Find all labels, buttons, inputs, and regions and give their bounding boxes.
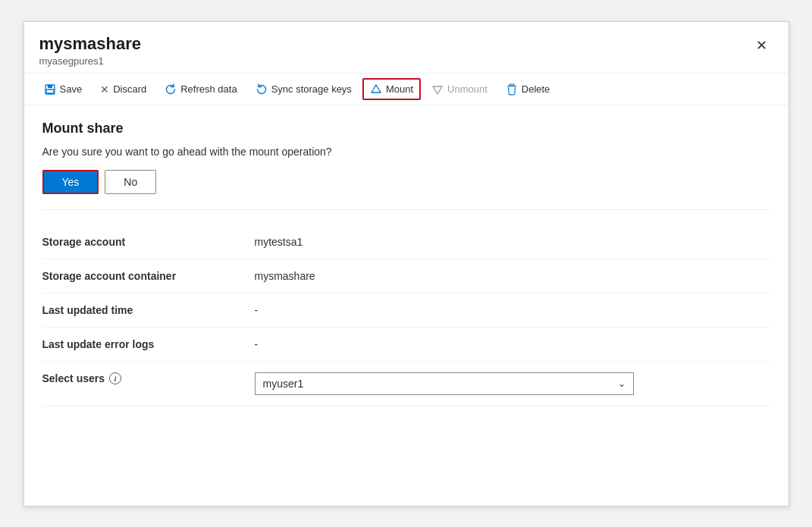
delete-label: Delete [522, 83, 550, 95]
field-row-storage-account: Storage account mytestsa1 [42, 225, 770, 259]
chevron-down-icon: ⌄ [618, 378, 625, 389]
storage-account-value: mytestsa1 [255, 236, 770, 248]
discard-button[interactable]: ✕ Discard [92, 79, 154, 100]
last-updated-label: Last updated time [42, 304, 255, 316]
info-icon[interactable]: i [109, 372, 121, 384]
unmount-button[interactable]: Unmount [424, 78, 495, 100]
panel: mysmashare myasegpures1 ✕ Save ✕ Discard [24, 21, 789, 507]
last-updated-value: - [255, 304, 770, 316]
close-button[interactable]: ✕ [750, 34, 773, 57]
mount-icon [370, 83, 382, 96]
save-label: Save [60, 83, 83, 95]
mount-confirm-title: Mount share [42, 121, 770, 136]
select-users-value: myuser1 ⌄ [255, 372, 770, 395]
save-icon [44, 83, 56, 96]
select-users-label: Select users i [42, 372, 255, 384]
toolbar: Save ✕ Discard Refresh data [24, 74, 788, 105]
confirm-buttons: Yes No [42, 170, 770, 194]
error-logs-label: Last update error logs [42, 338, 255, 350]
title-block: mysmashare myasegpures1 [39, 34, 142, 67]
panel-header: mysmashare myasegpures1 ✕ [24, 22, 788, 74]
unmount-icon [431, 83, 444, 96]
svg-marker-3 [372, 85, 381, 93]
field-row-storage-container: Storage account container mysmashare [42, 259, 770, 293]
mount-label: Mount [386, 83, 413, 95]
field-row-error-logs: Last update error logs - [42, 328, 770, 362]
refresh-label: Refresh data [180, 83, 237, 95]
discard-label: Discard [113, 83, 146, 95]
sync-label: Sync storage keys [271, 83, 352, 95]
svg-rect-5 [509, 84, 514, 86]
field-row-select-users: Select users i myuser1 ⌄ [42, 362, 770, 406]
users-dropdown-value: myuser1 [263, 378, 304, 390]
no-button[interactable]: No [105, 170, 156, 194]
sync-icon [256, 83, 268, 96]
panel-subtitle: myasegpures1 [39, 55, 142, 67]
sync-button[interactable]: Sync storage keys [248, 78, 359, 100]
error-logs-value: - [255, 338, 770, 350]
panel-title: mysmashare [39, 34, 142, 54]
discard-icon: ✕ [100, 83, 109, 96]
mount-confirm-section: Mount share Are you sure you want to go … [42, 121, 770, 210]
mount-confirm-text: Are you sure you want to go ahead with t… [42, 146, 770, 158]
storage-container-value: mysmashare [255, 270, 770, 282]
mount-button[interactable]: Mount [362, 78, 421, 100]
storage-account-label: Storage account [42, 236, 255, 248]
svg-rect-1 [48, 85, 52, 88]
save-button[interactable]: Save [36, 78, 90, 100]
storage-container-label: Storage account container [42, 270, 255, 282]
content-area: Mount share Are you sure you want to go … [24, 105, 788, 422]
fields-section: Storage account mytestsa1 Storage accoun… [42, 225, 770, 406]
close-icon: ✕ [756, 37, 767, 54]
delete-button[interactable]: Delete [498, 78, 558, 100]
svg-rect-6 [507, 86, 516, 86]
svg-rect-2 [46, 89, 54, 93]
refresh-button[interactable]: Refresh data [157, 78, 244, 100]
unmount-label: Unmount [447, 83, 488, 95]
svg-marker-4 [433, 86, 442, 94]
delete-icon [506, 83, 518, 96]
yes-button[interactable]: Yes [42, 170, 99, 194]
field-row-last-updated: Last updated time - [42, 293, 770, 328]
refresh-icon [165, 83, 177, 96]
users-dropdown[interactable]: myuser1 ⌄ [255, 372, 634, 395]
